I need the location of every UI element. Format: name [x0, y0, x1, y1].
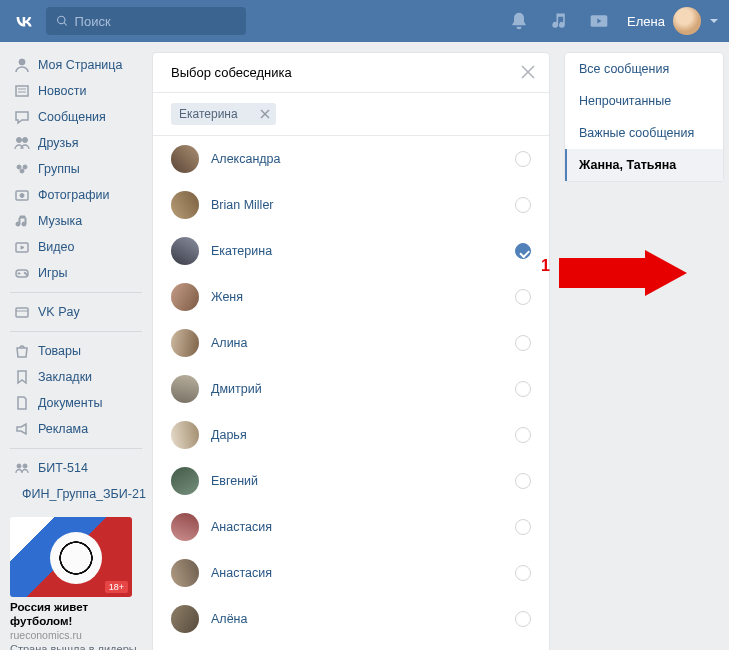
- sidebar-item-label: Игры: [38, 266, 67, 280]
- ad-image: 18+: [10, 517, 132, 597]
- search-box[interactable]: [46, 7, 246, 35]
- market-icon: [14, 343, 30, 359]
- contact-row[interactable]: Алёна: [153, 596, 549, 642]
- groups-icon: [14, 161, 30, 177]
- music-icon[interactable]: [549, 11, 569, 31]
- select-radio[interactable]: [515, 197, 531, 213]
- contact-row[interactable]: Дарья: [153, 412, 549, 458]
- contact-chip[interactable]: Екатерина: [171, 103, 276, 125]
- svg-point-5: [17, 165, 21, 169]
- sidebar-item[interactable]: Новости: [10, 78, 142, 104]
- sidebar-item-label: Видео: [38, 240, 75, 254]
- search-input[interactable]: [75, 14, 236, 29]
- select-radio[interactable]: [515, 473, 531, 489]
- contact-name: Дарья: [211, 428, 247, 442]
- contact-name: Анастасия: [211, 520, 272, 534]
- sidebar-item[interactable]: Сообщения: [10, 104, 142, 130]
- sidebar-item[interactable]: Моя Страница: [10, 52, 142, 78]
- contact-row[interactable]: Антонина: [153, 642, 549, 650]
- svg-rect-2: [16, 86, 28, 96]
- video-icon: [14, 239, 30, 255]
- message-filters: Все сообщенияНепрочитанныеВажные сообщен…: [564, 52, 724, 182]
- remove-chip-icon[interactable]: [260, 109, 270, 119]
- search-icon: [56, 14, 69, 28]
- contact-row[interactable]: Анастасия: [153, 550, 549, 596]
- pay-icon: [14, 304, 30, 320]
- photos-icon: [14, 187, 30, 203]
- filter-item[interactable]: Важные сообщения: [565, 117, 723, 149]
- sidebar-item-label: Товары: [38, 344, 81, 358]
- contact-avatar: [171, 513, 199, 541]
- select-radio[interactable]: [515, 519, 531, 535]
- select-radio[interactable]: [515, 565, 531, 581]
- contact-avatar: [171, 375, 199, 403]
- filter-item[interactable]: Непрочитанные: [565, 85, 723, 117]
- sidebar-item[interactable]: VK Pay: [10, 299, 142, 325]
- selected-chips: Екатерина: [153, 93, 549, 136]
- select-radio[interactable]: [515, 427, 531, 443]
- contact-row[interactable]: Женя: [153, 274, 549, 320]
- svg-point-12: [24, 272, 26, 274]
- contact-name: Александра: [211, 152, 281, 166]
- sidebar-item[interactable]: Закладки: [10, 364, 142, 390]
- username-label: Елена: [627, 14, 665, 29]
- video-icon[interactable]: [589, 11, 609, 31]
- contact-name: Brian Miller: [211, 198, 274, 212]
- sidebar-item[interactable]: ФИН_Группа_ЗБИ-21: [10, 481, 142, 507]
- contact-avatar: [171, 283, 199, 311]
- sidebar-item[interactable]: БИТ-514: [10, 455, 142, 481]
- sidebar-item-label: Фотографии: [38, 188, 109, 202]
- select-radio[interactable]: [515, 289, 531, 305]
- friends-icon: [14, 135, 30, 151]
- contact-row[interactable]: Brian Miller: [153, 182, 549, 228]
- select-radio[interactable]: [515, 335, 531, 351]
- svg-rect-14: [16, 308, 28, 317]
- contact-row[interactable]: Екатерина: [153, 228, 549, 274]
- sidebar-item-label: Моя Страница: [38, 58, 122, 72]
- select-radio[interactable]: [515, 381, 531, 397]
- sidebar-item[interactable]: Документы: [10, 390, 142, 416]
- sidebar-item[interactable]: Группы: [10, 156, 142, 182]
- select-radio[interactable]: [515, 611, 531, 627]
- select-radio[interactable]: [515, 151, 531, 167]
- sidebar-item[interactable]: Друзья: [10, 130, 142, 156]
- sidebar-item[interactable]: Видео: [10, 234, 142, 260]
- vk-logo[interactable]: [10, 7, 38, 35]
- contact-row[interactable]: Анастасия: [153, 504, 549, 550]
- ad-age-badge: 18+: [105, 581, 128, 593]
- dialog-title: Выбор собеседника: [171, 65, 292, 80]
- contact-name: Алина: [211, 336, 247, 350]
- sidebar-item-label: Музыка: [38, 214, 82, 228]
- topbar: Елена: [0, 0, 729, 42]
- ads-icon: [14, 421, 30, 437]
- filter-item[interactable]: Жанна, Татьяна: [565, 149, 723, 181]
- ad-block[interactable]: 18+ Россия живет футболом! rueconomics.r…: [10, 517, 142, 650]
- notifications-icon[interactable]: [509, 11, 529, 31]
- select-radio[interactable]: [515, 243, 531, 259]
- docs-icon: [14, 395, 30, 411]
- svg-marker-20: [645, 250, 687, 296]
- contact-row[interactable]: Алина: [153, 320, 549, 366]
- group-icon: [14, 460, 30, 476]
- sidebar-item-label: Реклама: [38, 422, 88, 436]
- sidebar-item-label: Закладки: [38, 370, 92, 384]
- close-icon[interactable]: [521, 65, 535, 79]
- sidebar-item[interactable]: Фотографии: [10, 182, 142, 208]
- user-menu[interactable]: Елена: [627, 7, 719, 35]
- sidebar-item[interactable]: Игры: [10, 260, 142, 286]
- sidebar-item-label: Друзья: [38, 136, 79, 150]
- sidebar-item[interactable]: Музыка: [10, 208, 142, 234]
- games-icon: [14, 265, 30, 281]
- dialog-header: Выбор собеседника: [153, 53, 549, 93]
- contact-avatar: [171, 421, 199, 449]
- sidebar-item-label: Сообщения: [38, 110, 106, 124]
- contact-row[interactable]: Дмитрий: [153, 366, 549, 412]
- sidebar-item[interactable]: Реклама: [10, 416, 142, 442]
- contact-name: Алёна: [211, 612, 247, 626]
- annotation-arrow-1: [559, 250, 687, 296]
- svg-point-3: [17, 138, 22, 143]
- filter-item[interactable]: Все сообщения: [565, 53, 723, 85]
- contact-row[interactable]: Евгений: [153, 458, 549, 504]
- contact-row[interactable]: Александра: [153, 136, 549, 182]
- sidebar-item[interactable]: Товары: [10, 338, 142, 364]
